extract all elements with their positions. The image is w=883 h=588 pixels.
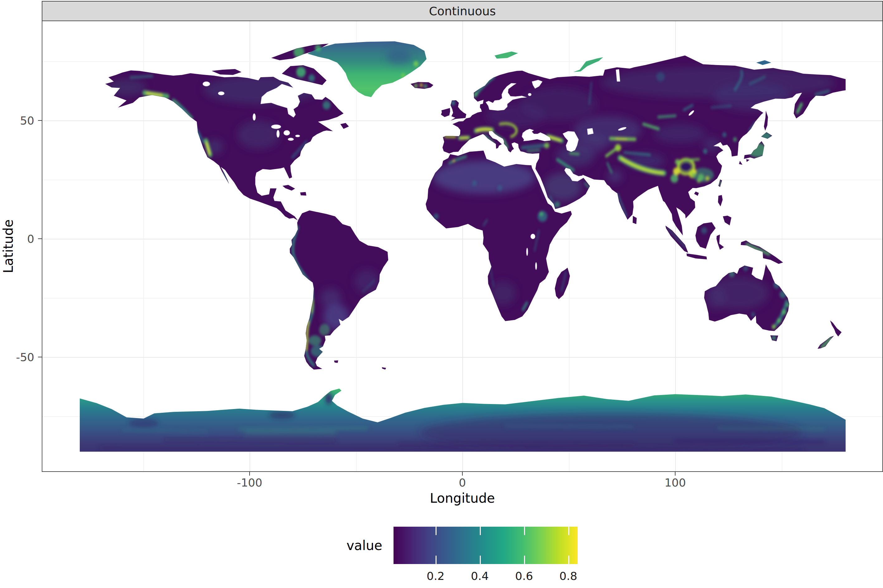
landmass-hispaniola bbox=[300, 192, 306, 195]
x-tick-mark bbox=[249, 472, 250, 476]
x-axis-tick-label: -100 bbox=[237, 476, 262, 489]
y-axis-title: Latitude bbox=[1, 219, 16, 273]
lake-erie bbox=[288, 138, 294, 141]
legend-tick-label: 0.6 bbox=[515, 570, 533, 582]
world-map-raster bbox=[80, 41, 845, 452]
legend-tick bbox=[480, 556, 481, 564]
landmass-kyushu bbox=[739, 160, 743, 165]
legend-tick bbox=[436, 556, 436, 564]
legend-tick bbox=[524, 526, 525, 535]
facet-strip-label: Continuous bbox=[429, 4, 496, 18]
landmass-hainan bbox=[694, 191, 699, 196]
landmass-madagascar bbox=[555, 268, 570, 299]
great-bear-lake bbox=[203, 81, 210, 86]
x-axis-tick-label: 100 bbox=[665, 476, 686, 489]
landmass-sri-lanka bbox=[633, 216, 637, 224]
landmass-cuba bbox=[283, 185, 295, 190]
y-axis-tick-label: -50 bbox=[3, 351, 34, 364]
landmass-greenland bbox=[307, 41, 427, 97]
legend-colorbar bbox=[394, 526, 578, 564]
facet-strip: Continuous bbox=[42, 1, 883, 21]
y-tick-mark bbox=[38, 357, 42, 357]
legend-tick bbox=[436, 526, 436, 535]
x-tick-mark bbox=[675, 472, 675, 476]
landmass-ireland bbox=[441, 108, 450, 117]
lake-winnipeg bbox=[253, 113, 256, 120]
lake-ontario bbox=[295, 135, 300, 137]
lake-michigan bbox=[277, 130, 280, 138]
landmass-java bbox=[686, 254, 707, 259]
legend-tick-label: 0.4 bbox=[471, 570, 489, 582]
landmass-newfoundland bbox=[340, 123, 349, 129]
y-axis-tick-label: 50 bbox=[3, 114, 34, 127]
lake-malawi bbox=[535, 262, 537, 270]
landmass-falklands bbox=[334, 360, 338, 363]
x-tick-mark bbox=[462, 472, 463, 476]
aral-sea bbox=[587, 128, 593, 135]
gulf-of-st-lawrence bbox=[326, 122, 336, 128]
landmass-victoria-island bbox=[212, 69, 241, 75]
landmass-luzon bbox=[718, 195, 722, 206]
landmass-shikoku bbox=[746, 159, 749, 162]
x-axis-title: Longitude bbox=[430, 490, 495, 506]
lake-ladoga bbox=[528, 93, 531, 96]
lake-huron bbox=[284, 130, 290, 135]
lake-tanganyika bbox=[526, 248, 528, 256]
landmass-sulawesi bbox=[717, 235, 724, 250]
y-tick-mark bbox=[38, 238, 42, 239]
plot-panel bbox=[42, 21, 883, 472]
legend-tick-label: 0.2 bbox=[427, 570, 444, 582]
legend-title: value bbox=[346, 538, 382, 553]
figure: Continuous bbox=[0, 0, 883, 588]
lake-victoria bbox=[531, 234, 535, 239]
lake-superior bbox=[271, 124, 281, 129]
y-tick-mark bbox=[38, 120, 42, 121]
x-axis-tick-label: 0 bbox=[459, 476, 466, 489]
legend-tick-label: 0.8 bbox=[559, 570, 577, 582]
landmass-borneo bbox=[695, 222, 716, 249]
landmass-new-siberian-islands bbox=[756, 60, 771, 65]
great-slave-lake bbox=[218, 92, 224, 95]
landmass-mindanao bbox=[723, 216, 731, 225]
landmass-sakhalin bbox=[764, 111, 768, 131]
landmass-south-georgia bbox=[382, 367, 387, 370]
landmass-nz-north bbox=[830, 320, 842, 336]
legend-tick bbox=[568, 556, 569, 564]
legend-tick bbox=[480, 526, 481, 535]
legend-tick bbox=[524, 556, 525, 564]
legend-tick bbox=[568, 526, 569, 535]
